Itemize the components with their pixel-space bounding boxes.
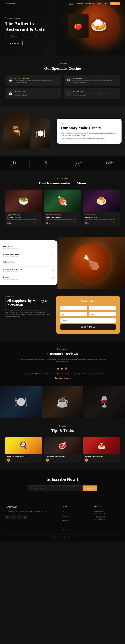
- special-label: Special Dish: [5, 177, 120, 180]
- stat-label-3: Customers: [105, 165, 114, 167]
- menu-item-name-2: Salmon Pasta: [3, 261, 19, 263]
- menu-card-0-rating: ★★★★★: [34, 222, 40, 224]
- reservation-title: Fell Happiness by Making a Reservation: [5, 299, 51, 307]
- linkedin-icon[interactable]: in: [17, 515, 22, 520]
- book-form: Book Table BOOK A TABLE: [56, 296, 120, 334]
- stat-1: 8 Years Experience: [41, 160, 52, 167]
- about-label: About Us: [61, 122, 117, 124]
- stat-number-0: 12: [11, 160, 18, 164]
- testimonials-section: Testimonials Customer Reviews Sed ut per…: [0, 341, 125, 386]
- stat-label-1: Years Experience: [41, 165, 52, 167]
- menu-card-2-price: $8.99: [85, 222, 89, 224]
- recipe-card-1[interactable]: 🥩 How to keep meat always fr... 👩 Chef M…: [44, 437, 81, 463]
- nav-news[interactable]: News: [97, 2, 101, 4]
- menu-card-1[interactable]: 🍖 Main Course Package Main Course Packag…: [44, 190, 81, 226]
- menu-card-0-tag: Appetizer Package: [7, 214, 40, 216]
- recipe-avatar-2: 👨: [85, 458, 88, 462]
- menu-item-desc-1: Sed ut perspiciatis unde omnis: [3, 256, 19, 257]
- footer-link-menu[interactable]: Our Menu: [63, 520, 69, 521]
- hero-content: Welcome to Lezzatos The Authentic Restau…: [0, 5, 57, 50]
- about-main-image: 🪑: [4, 113, 30, 149]
- cuisine-card-2[interactable]: 🍝 Western Food Sed ut perspiciatis unde …: [5, 88, 61, 99]
- stat-0: 12 Restaurants: [11, 160, 18, 167]
- book-submit-button[interactable]: BOOK A TABLE: [60, 324, 116, 330]
- facebook-icon[interactable]: f: [5, 515, 10, 520]
- about-desc-2: Quas ut assumenda est omnis dolor sit am…: [61, 138, 117, 140]
- recipe-author-2: Chef Paolo: [89, 459, 94, 461]
- menu-item-name-4: Dimsum: [3, 276, 19, 278]
- recipe-title-1: How to keep meat always fr...: [46, 456, 79, 458]
- footer-address: 123 Restaurant Ave New York, NY 10001: [94, 510, 120, 515]
- footer-link-reservation[interactable]: Reservation: [63, 524, 70, 526]
- menu-item-name-3: Chicken Curry Special: [3, 268, 22, 270]
- restaurant-photo-3: 🍷: [83, 386, 125, 418]
- menu-food-image: 🍗: [57, 237, 125, 289]
- recipe-card-0[interactable]: 🍳 Kabul Rice with tomatoes b... 👨 Chef A…: [5, 437, 42, 463]
- footer-logo: Lezzatos.: [5, 505, 57, 509]
- hero-section: 🍛 🍅 Welcome to Lezzatos The Authentic Re…: [0, 0, 125, 56]
- menu-list-item-1[interactable]: Korean Spicy Soup Sed ut perspiciatis un…: [3, 252, 54, 259]
- recipe-author-1: Chef Maria: [50, 459, 56, 461]
- footer-bottom: © 2024 Lezzatos. All Rights Reserved.: [5, 534, 120, 539]
- date-input[interactable]: [60, 312, 87, 316]
- time-input[interactable]: [89, 312, 116, 316]
- cuisine-card-3[interactable]: 🥢 Chinese Food Sed ut perspiciatis unde …: [64, 88, 120, 99]
- menu-list-item-2[interactable]: Salmon Pasta Sed ut perspiciatis unde om…: [3, 259, 54, 267]
- menu-cards-row: 🥗 Appetizer Package Appetizer Package Se…: [5, 190, 120, 226]
- menu-card-0-title: Appetizer Package: [7, 216, 40, 218]
- cuisine-card-0[interactable]: 🍜 Middle - East Food Sed ut perspiciatis…: [5, 75, 61, 86]
- twitter-icon[interactable]: t: [11, 515, 16, 520]
- cuisine-section: Discover Our Specialist Cuisine 🍜 Middle…: [0, 56, 125, 106]
- menu-card-2[interactable]: 🍮 Dessert Package Dessert Package Sed ut…: [83, 190, 120, 226]
- name-input[interactable]: [60, 306, 87, 310]
- stat-number-1: 8: [41, 160, 52, 164]
- menu-item-desc-3: Sed ut perspiciatis unde omnis: [3, 271, 22, 272]
- footer-description: Sed ut perspiciatis unde omnis iste natu…: [5, 510, 57, 512]
- menu-item-desc-4: Sed ut perspiciatis unde omnis: [3, 278, 19, 280]
- recipe-author-0: Chef Ahmad: [11, 459, 17, 461]
- footer-findus-title: Find Us: [94, 505, 120, 508]
- nav-links: Home Our Menu Reservation News More Orde…: [69, 2, 120, 5]
- footer-link-about[interactable]: About Us: [63, 515, 69, 517]
- guests-input[interactable]: [60, 318, 116, 322]
- menu-card-1-price: $24.99: [46, 222, 51, 224]
- stat-2: 50+ Menu Dishes: [74, 160, 83, 167]
- testimonials-title: Customer Reviews: [5, 352, 120, 356]
- menu-list-item-3[interactable]: Chicken Curry Special Sed ut perspiciati…: [3, 267, 54, 274]
- hero-food-decoration: 🍛 🍅: [56, 0, 125, 56]
- nav-logo[interactable]: Lezzatos.: [5, 2, 16, 5]
- nav-more[interactable]: More: [104, 2, 108, 4]
- cuisine-section-label: Discover: [5, 62, 120, 65]
- footer-link-news[interactable]: News: [63, 528, 66, 530]
- youtube-icon[interactable]: ▶: [23, 515, 28, 520]
- order-button[interactable]: Order +: [110, 2, 120, 5]
- menu-card-0[interactable]: 🥗 Appetizer Package Appetizer Package Se…: [5, 190, 42, 226]
- menu-item-desc-2: Sed ut perspiciatis unde omnis: [3, 263, 19, 265]
- menu-list-item-4[interactable]: Dimsum Sed ut perspiciatis unde omnis $1…: [3, 274, 54, 282]
- menu-item-price-0: $18: [52, 246, 55, 248]
- nav-home[interactable]: Home: [69, 2, 73, 5]
- about-card: About Us Our Story Make History Sed ut p…: [55, 115, 125, 147]
- hero-cta-button[interactable]: VIEW MORE: [5, 41, 23, 46]
- about-section: 🪑 🍽️ About Us Our Story Make History Sed…: [0, 106, 125, 156]
- cuisine-desc-2: Sed ut perspiciatis unde omnis iste natu…: [15, 93, 59, 97]
- restaurant-photo-2: ☕: [42, 386, 83, 418]
- special-section: Special Dish Best Recommendation Menu 🥗 …: [0, 170, 125, 237]
- menu-item-price-2: $22: [52, 262, 55, 264]
- cuisine-desc-3: Sed ut perspiciatis unde omnis iste natu…: [73, 93, 117, 97]
- cuisine-section-title: Our Specialist Cuisine: [5, 66, 120, 71]
- menu-list-section: Shish Kebab Sed ut perspiciatis unde omn…: [0, 237, 125, 289]
- phone-input[interactable]: [89, 306, 116, 310]
- about-images: 🪑 🍽️: [0, 113, 55, 149]
- nav-menu[interactable]: Our Menu: [76, 2, 83, 4]
- nav-reservation[interactable]: Reservation: [86, 2, 94, 4]
- newsletter-email-input[interactable]: [28, 486, 83, 491]
- cuisine-desc-0: Sed ut perspiciatis unde omnis iste natu…: [15, 80, 59, 84]
- menu-list-item-0[interactable]: Shish Kebab Sed ut perspiciatis unde omn…: [3, 244, 54, 252]
- recipe-card-2[interactable]: 🍝 Spaghetti with seafood and... 👨 Chef P…: [83, 437, 120, 463]
- newsletter-subscribe-button[interactable]: Subscribe: [83, 486, 97, 491]
- footer-copyright: © 2024 Lezzatos. All Rights Reserved.: [5, 537, 120, 539]
- footer-link-home[interactable]: Home: [63, 511, 66, 513]
- cuisine-card-1[interactable]: 🍱 Korean Food Sed ut perspiciatis unde o…: [64, 75, 120, 86]
- newsletter-section: Subscribe Now ! Subscribe: [0, 470, 125, 498]
